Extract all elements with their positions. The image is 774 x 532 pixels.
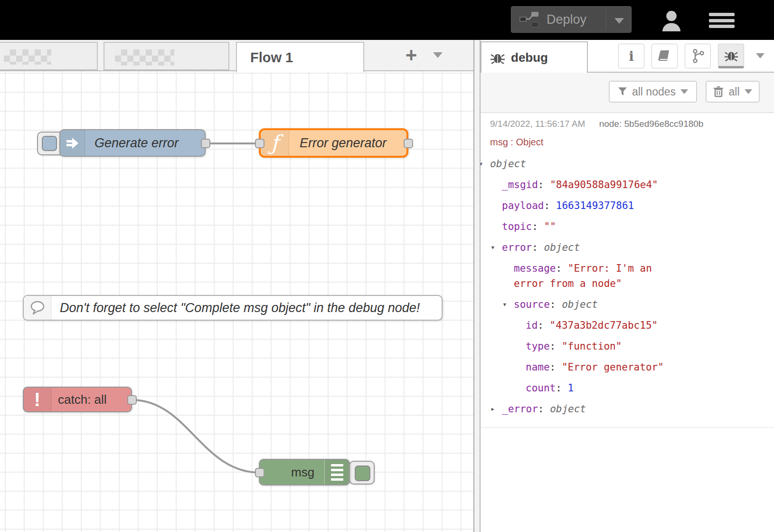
tree-value: "": [544, 221, 556, 232]
redacted-tab-label: [115, 49, 174, 66]
deploy-separator: [606, 10, 606, 29]
node-generate-error[interactable]: Generate error: [59, 129, 206, 157]
tree-key: _msgid: [502, 179, 538, 190]
tree-row-_msgid: _msgid: "84a90588a99176e4": [490, 174, 765, 195]
tree-key: payload: [502, 200, 544, 211]
hamburger-icon: [709, 13, 735, 16]
comment-text: Don't forget to select "Complete msg obj…: [60, 301, 420, 315]
deploy-button[interactable]: Deploy: [511, 6, 632, 33]
port-function-output[interactable]: [404, 139, 413, 148]
trash-icon: [713, 86, 724, 97]
book-icon: [658, 49, 672, 63]
tree-row-count: count: 1: [490, 378, 765, 399]
inject-icon: [66, 136, 80, 150]
sidebar: debug i: [481, 40, 774, 532]
tree-value: "437a3b2dc77abc15": [550, 320, 658, 331]
tree-key: id: [526, 320, 538, 331]
tree-key: _error: [502, 403, 538, 415]
tab-flow-1[interactable]: Flow 1: [236, 42, 364, 72]
collapse-arrow-icon[interactable]: ▾: [491, 240, 502, 255]
tree-row-topic: topic: "": [490, 216, 765, 237]
tab-debug[interactable]: debug: [481, 41, 588, 73]
header-bar: Deploy: [0, 0, 774, 40]
user-button[interactable]: [661, 10, 682, 31]
redacted-tab-label: [4, 49, 51, 65]
expand-arrow-icon[interactable]: ▸: [491, 401, 502, 417]
port-catch-output[interactable]: [127, 395, 137, 405]
tree-row-_error: ▸_error: object: [490, 399, 765, 419]
bug-icon: [490, 50, 505, 65]
debug-timestamp: 9/14/2022, 11:56:17 AM: [490, 119, 585, 129]
tree-row-id: id: "437a3b2dc77abc15": [490, 315, 765, 336]
tree-row-payload: payload: 1663149377861: [490, 195, 765, 216]
flow-list-caret[interactable]: [433, 52, 443, 58]
tree-key: count: [526, 382, 556, 394]
filter-button[interactable]: all nodes: [609, 81, 697, 103]
tree-value: "function": [562, 341, 622, 352]
tree-key: name: [526, 361, 550, 373]
comment-icon: [29, 300, 46, 315]
tree-value: object: [490, 158, 526, 170]
node-label: catch: all: [58, 392, 107, 407]
deploy-label: Deploy: [547, 12, 586, 27]
tree-key: type: [526, 341, 550, 352]
tree-key: error: [502, 242, 532, 253]
port-debug-input[interactable]: [255, 468, 264, 477]
sidebar-menu-caret[interactable]: [756, 53, 765, 58]
sidebar-resizer[interactable]: [473, 40, 481, 532]
node-label: Generate error: [94, 136, 179, 151]
context-tab-button[interactable]: [685, 44, 711, 68]
add-flow-button[interactable]: +: [398, 44, 425, 68]
info-tab-button[interactable]: i: [618, 44, 644, 68]
debug-message-path: msg : Object: [490, 137, 765, 148]
debug-message: 9/14/2022, 11:56:17 AM node: 5b5ed96e8cc…: [481, 113, 774, 428]
tree-row-type: type: "function": [490, 336, 765, 357]
node-red-editor: Deploy Flow 1 +: [0, 0, 774, 532]
catch-icon: !: [34, 390, 40, 409]
debug-json-tree: ▾object_msgid: "84a90588a99176e4"payload…: [490, 153, 765, 419]
tree-key: message: [514, 263, 556, 274]
tab-flow-redacted-1[interactable]: [0, 42, 98, 70]
debug-toolbar: all nodes all: [481, 73, 774, 113]
port-function-input[interactable]: [255, 139, 264, 148]
tree-row-root: ▾object: [490, 153, 765, 174]
tree-value: object: [550, 403, 586, 415]
function-icon: ƒ: [271, 133, 278, 153]
node-error-generator[interactable]: ƒ Error generator: [259, 128, 408, 158]
node-catch-all[interactable]: ! catch: all: [23, 387, 132, 412]
clear-button[interactable]: all: [706, 81, 760, 103]
debug-node-id: node: 5b5ed96e8cc9180b: [599, 119, 704, 129]
user-icon: [661, 10, 682, 31]
tree-value: "Error generator": [562, 361, 664, 373]
main-menu-button[interactable]: [709, 13, 735, 28]
node-debug-msg[interactable]: msg: [259, 459, 350, 485]
deploy-icon: [519, 10, 540, 29]
tab-debug-label: debug: [511, 50, 548, 65]
tab-flow-redacted-2[interactable]: [104, 42, 229, 70]
collapse-arrow-icon[interactable]: ▾: [481, 156, 490, 171]
debug-icon: [331, 464, 343, 481]
help-tab-button[interactable]: [651, 44, 678, 68]
deploy-options-caret[interactable]: [614, 18, 624, 24]
tree-value: object: [544, 242, 580, 253]
tree-row-error: ▾error: object: [490, 237, 765, 258]
debug-tab-button[interactable]: [718, 44, 744, 68]
tree-value: 1: [568, 382, 574, 394]
debug-message-list[interactable]: 9/14/2022, 11:56:17 AM node: 5b5ed96e8cc…: [481, 113, 774, 532]
port-inject-output[interactable]: [201, 139, 210, 148]
tree-key: topic: [502, 221, 532, 232]
debug-toggle-button[interactable]: [349, 461, 375, 484]
collapse-arrow-icon[interactable]: ▾: [502, 297, 514, 312]
flow-canvas[interactable]: Generate error ƒ Error generator Don't f…: [0, 71, 473, 532]
tab-flow-1-label: Flow 1: [250, 50, 293, 66]
sidebar-header: debug i: [481, 40, 774, 73]
node-label: Error generator: [300, 136, 387, 151]
tree-key: source: [514, 299, 550, 310]
bug-icon: [724, 48, 738, 62]
debug-message-meta: 9/14/2022, 11:56:17 AM node: 5b5ed96e8cc…: [490, 119, 765, 129]
node-comment[interactable]: Don't forget to select "Complete msg obj…: [23, 295, 443, 321]
tree-value: object: [562, 299, 598, 310]
tree-row-message: message: "Error: I'm an error from a nod…: [490, 258, 687, 294]
tree-value: "84a90588a99176e4": [550, 179, 658, 190]
branch-icon: [691, 48, 705, 64]
